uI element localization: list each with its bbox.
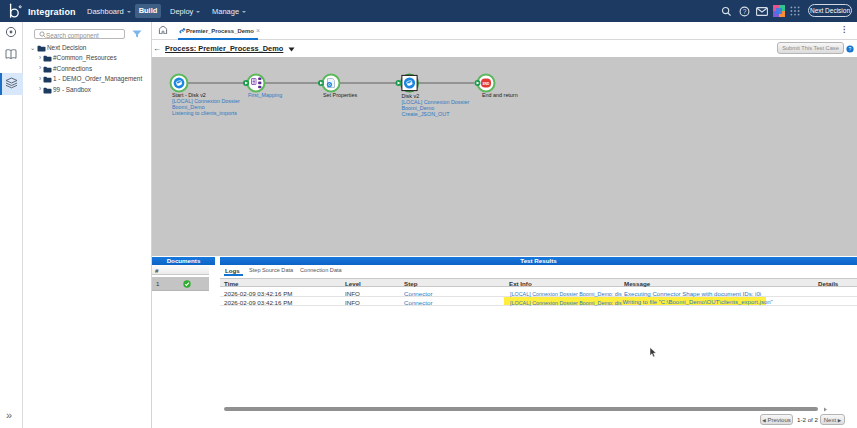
svg-text:?: ? <box>849 46 852 52</box>
svg-text:END: END <box>483 82 490 86</box>
svg-text:?: ? <box>743 8 747 15</box>
